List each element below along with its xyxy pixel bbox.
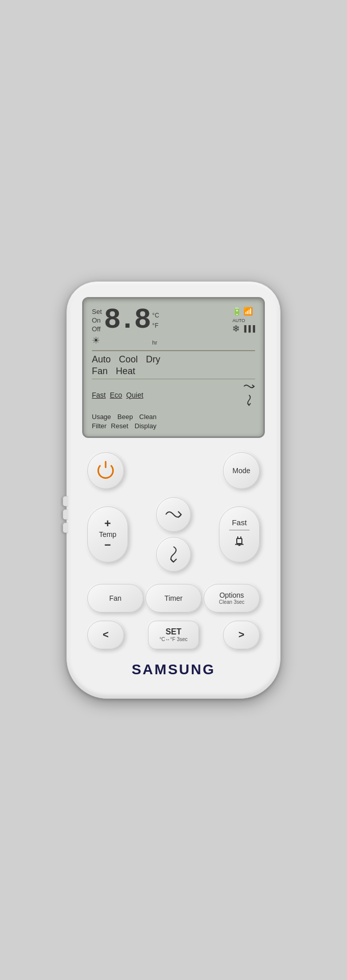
brand-label: SAMSUNG bbox=[82, 662, 265, 678]
lcd-top-section: Set On Off ☀ 8.8 °C °F hr 🔋 � bbox=[92, 306, 255, 347]
mode-button[interactable]: Mode bbox=[223, 452, 260, 489]
lcd-labels-left: Set On Off ☀ bbox=[92, 308, 102, 347]
lcd-util-row: Usage Beep Clean Filter Reset Display bbox=[92, 412, 255, 430]
celsius-label: °C bbox=[152, 312, 159, 319]
lcd-off-label: Off bbox=[92, 325, 102, 334]
vertical-swing-icon bbox=[245, 394, 253, 409]
lcd-display: Set On Off ☀ 8.8 °C °F hr 🔋 � bbox=[82, 297, 265, 437]
mode-dry: Dry bbox=[146, 354, 160, 365]
lcd-speed-left: Fast Eco Quiet bbox=[92, 391, 143, 399]
lcd-on-label: On bbox=[92, 316, 102, 325]
fan-signal-row: ❄ ▐▐▐ bbox=[232, 323, 255, 334]
lcd-divider-2 bbox=[92, 379, 255, 379]
fan-button[interactable]: Fan bbox=[87, 584, 143, 612]
set-sub-label: °C↔°F 3sec bbox=[159, 636, 187, 642]
signal-bars-icon: ▐▐▐ bbox=[242, 325, 255, 332]
power-icon bbox=[97, 462, 114, 479]
temp-label: Temp bbox=[99, 530, 116, 538]
lcd-util-row1: Usage Beep Clean bbox=[92, 412, 255, 421]
lcd-mode-row-2: Fan Heat bbox=[92, 366, 255, 377]
auto-section: AUTO ❄ ▐▐▐ bbox=[232, 318, 255, 334]
btn-row-nav: < SET °C↔°F 3sec > bbox=[82, 621, 265, 649]
btn-row-fan-timer-options: Fan Timer Options Clean 3sec bbox=[82, 584, 265, 612]
temp-minus-icon: − bbox=[105, 540, 111, 551]
lcd-wind-icons bbox=[243, 381, 255, 409]
btn-row-power-mode: Mode bbox=[82, 452, 265, 489]
set-main-label: SET bbox=[165, 627, 181, 636]
lcd-speed-row: Fast Eco Quiet bbox=[92, 381, 255, 409]
speed-quiet: Quiet bbox=[126, 391, 143, 399]
util-beep: Beep bbox=[117, 413, 133, 421]
horizontal-swing-icon bbox=[243, 381, 255, 393]
side-bump-2 bbox=[63, 509, 68, 520]
eco-plug-icon bbox=[232, 533, 246, 550]
remote-control: Set On Off ☀ 8.8 °C °F hr 🔋 � bbox=[66, 281, 281, 698]
timer-button-label: Timer bbox=[164, 594, 182, 602]
nav-right-icon: > bbox=[238, 629, 244, 641]
svg-rect-0 bbox=[237, 538, 242, 544]
mode-fan: Fan bbox=[92, 366, 108, 377]
fan-col bbox=[156, 497, 191, 572]
mode-auto: Auto bbox=[92, 354, 111, 365]
timer-button[interactable]: Timer bbox=[145, 584, 202, 612]
temp-button[interactable]: + Temp − bbox=[87, 506, 128, 562]
auto-label: AUTO bbox=[232, 318, 255, 323]
lcd-set-label: Set bbox=[92, 308, 102, 316]
fahrenheit-label: °F bbox=[152, 322, 159, 329]
speed-fast: Fast bbox=[92, 391, 106, 399]
power-button[interactable] bbox=[87, 452, 124, 489]
util-display: Display bbox=[135, 422, 157, 430]
btn-row-temp-fan: + Temp − bbox=[82, 497, 265, 572]
lcd-right-icons: 🔋 📶 AUTO ❄ ▐▐▐ bbox=[232, 307, 255, 334]
buttons-section: Mode + Temp − bbox=[82, 452, 265, 649]
battery-icons: 🔋 📶 bbox=[232, 307, 253, 316]
mode-cool: Cool bbox=[119, 354, 138, 365]
side-bumps-left bbox=[63, 496, 68, 533]
fast-label: Fast bbox=[232, 518, 246, 527]
nav-left-icon: < bbox=[103, 629, 109, 641]
lcd-center: 8.8 °C °F hr bbox=[104, 306, 233, 346]
temp-plus-icon: + bbox=[105, 518, 111, 529]
vertical-fan-button[interactable] bbox=[156, 537, 191, 572]
lcd-util-row2: Filter Reset Display bbox=[92, 421, 255, 430]
battery-alert-icon: 🔋 bbox=[232, 307, 242, 316]
lcd-units: °C °F hr bbox=[152, 309, 159, 346]
fast-eco-divider bbox=[229, 530, 250, 530]
mode-button-label: Mode bbox=[232, 467, 250, 475]
clock-sun-icon: ☀ bbox=[92, 335, 102, 347]
signal-icon: 📶 bbox=[243, 307, 253, 316]
fan-auto-icon: ❄ bbox=[232, 323, 240, 334]
mode-heat: Heat bbox=[116, 366, 135, 377]
options-button-label: Options bbox=[219, 591, 244, 599]
speed-eco: Eco bbox=[110, 391, 122, 399]
util-reset: Reset bbox=[111, 422, 128, 430]
nav-right-button[interactable]: > bbox=[223, 621, 260, 649]
util-usage: Usage bbox=[92, 413, 111, 421]
side-bump-3 bbox=[63, 523, 68, 533]
lcd-divider-1 bbox=[92, 350, 255, 351]
fast-eco-button[interactable]: Fast bbox=[219, 506, 260, 562]
lcd-digits: 8.8 bbox=[104, 306, 150, 334]
horizontal-fan-button[interactable] bbox=[156, 497, 191, 532]
options-sub-label: Clean 3sec bbox=[219, 599, 244, 605]
hr-label: hr bbox=[152, 339, 159, 346]
set-button[interactable]: SET °C↔°F 3sec bbox=[148, 621, 199, 649]
options-button[interactable]: Options Clean 3sec bbox=[204, 584, 260, 612]
lcd-mode-row: Auto Cool Dry bbox=[92, 354, 255, 365]
nav-left-button[interactable]: < bbox=[87, 621, 124, 649]
util-clean: Clean bbox=[139, 413, 157, 421]
fan-button-label: Fan bbox=[109, 594, 121, 602]
side-bump-1 bbox=[63, 496, 68, 506]
fan-vertical-icon bbox=[166, 545, 181, 564]
util-filter: Filter bbox=[92, 422, 107, 430]
fan-horizontal-icon bbox=[164, 507, 183, 522]
